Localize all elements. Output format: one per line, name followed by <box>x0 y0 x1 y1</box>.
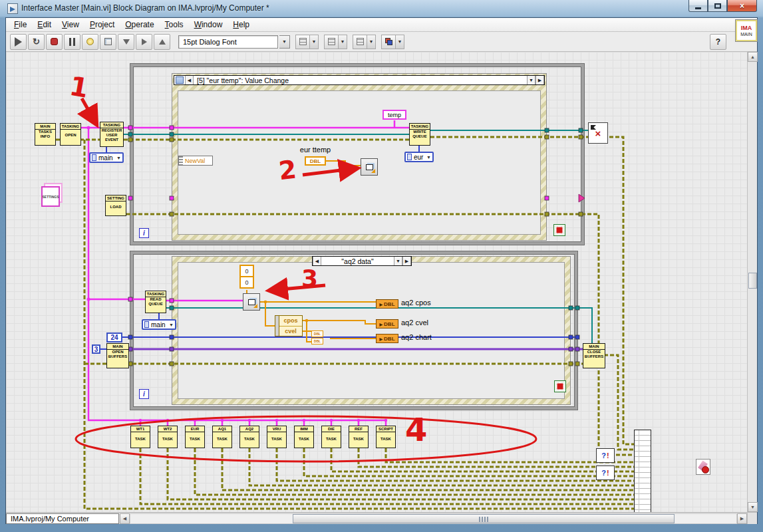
distribute-objects-button[interactable]: ▼ <box>324 35 347 49</box>
error-handler-icon[interactable]: ? ! <box>596 448 615 463</box>
task-node-ref[interactable]: REFTASK <box>349 426 369 448</box>
node-line: INFO <box>35 134 55 139</box>
settings-cube-node[interactable]: SETTINGS <box>41 183 64 208</box>
minimize-button[interactable] <box>688 0 708 12</box>
task-name: REF <box>349 426 368 432</box>
constant-3[interactable]: 3 <box>92 344 100 354</box>
clear-errors-icon[interactable] <box>696 459 710 475</box>
vertical-scroll-thumb[interactable] <box>748 273 757 289</box>
retain-wire-values-button[interactable] <box>100 34 116 50</box>
task-name: WT2 <box>158 426 177 432</box>
font-selector[interactable]: 15pt Dialog Font <box>178 35 278 49</box>
unbundle-by-name-node[interactable]: cpos cvel <box>275 315 303 336</box>
array-constant[interactable]: 0 0 <box>239 265 254 289</box>
abort-button[interactable] <box>46 34 63 50</box>
loop-condition-terminal-bottom[interactable] <box>554 380 566 392</box>
scroll-down-icon[interactable]: ▼ <box>748 502 758 512</box>
pause-button[interactable] <box>64 34 80 50</box>
iteration-terminal-bottom[interactable]: i <box>139 389 149 399</box>
to-variant-icon[interactable] <box>361 158 378 176</box>
aq2-cvel-terminal[interactable]: ▶ DBL <box>376 319 398 329</box>
reorder-button[interactable]: ▼ <box>381 35 404 49</box>
block-diagram-canvas[interactable]: ◀ [5] "eur ttemp": Value Change ▼ ▶ ◀ "a… <box>6 52 747 512</box>
node-setting-load[interactable]: SETTING LOAD <box>105 195 126 216</box>
font-dropdown-arrow-icon[interactable]: ▼ <box>279 35 290 49</box>
menu-project[interactable]: Project <box>84 19 120 31</box>
horizontal-scroll-thumb[interactable] <box>293 514 675 523</box>
task-node-wt2[interactable]: WT2TASK <box>158 426 178 448</box>
task-node-wt1[interactable]: WT1TASK <box>130 426 150 448</box>
node-tasking-write-queue[interactable]: TASKING WRITE QUEUE <box>409 123 430 146</box>
menu-operate[interactable]: Operate <box>120 19 159 31</box>
menu-file[interactable]: File <box>9 19 32 31</box>
error-handler-icon[interactable]: ? ! <box>596 466 615 480</box>
node-register-user-event[interactable]: TASKING REGISTER USER EVENT <box>100 122 124 147</box>
iteration-terminal-top[interactable]: i <box>139 228 149 238</box>
run-button[interactable] <box>10 34 27 50</box>
menu-view[interactable]: View <box>57 19 84 31</box>
loop-condition-terminal-top[interactable] <box>553 224 565 236</box>
node-tasking-open[interactable]: TASKING OPEN <box>60 123 81 146</box>
merge-errors-array-node[interactable] <box>634 430 651 512</box>
enum-main-top[interactable]: main ▼ <box>89 152 124 163</box>
resize-objects-button[interactable]: ▼ <box>353 35 376 49</box>
aq2-cpos-terminal[interactable]: ▶ DBL <box>376 299 398 309</box>
task-node-vru[interactable]: VRUTASK <box>267 426 287 448</box>
menu-window[interactable]: Window <box>189 19 228 31</box>
annotation-number-2: 2 <box>277 155 298 186</box>
event-data-node-newval[interactable]: NewVal <box>178 156 213 166</box>
node-line: READ <box>146 297 166 302</box>
terminal-type: DBL <box>384 336 394 342</box>
task-word: TASK <box>213 436 231 442</box>
step-over-button[interactable] <box>136 34 152 50</box>
close-button[interactable]: × <box>727 0 757 12</box>
orange-wires <box>247 161 376 342</box>
array-cell[interactable]: 0 <box>239 276 254 289</box>
task-node-die[interactable]: DIETASK <box>321 426 341 448</box>
x-mark-icon: × <box>595 128 601 138</box>
maximize-button[interactable] <box>708 0 727 12</box>
node-main-open-buffers[interactable]: MAIN OPEN BUFFERS <box>106 343 129 368</box>
task-node-script[interactable]: SCRIPTTASK <box>376 426 396 448</box>
vi-icon-line1: IMA <box>741 25 752 31</box>
task-node-imm[interactable]: IMMTASK <box>294 426 314 448</box>
aq2-chart-terminal[interactable]: ▶ DBL <box>376 334 398 343</box>
unbundle-row-cvel[interactable]: cvel <box>279 327 302 336</box>
task-node-aq1[interactable]: AQ1TASK <box>212 426 232 448</box>
vertical-scrollbar[interactable]: ▲ ▼ <box>747 52 757 512</box>
project-context-tab[interactable]: IMA.lvproj/My Computer <box>6 513 119 524</box>
scroll-up-icon[interactable]: ▲ <box>748 52 758 62</box>
variant-to-data-icon[interactable] <box>243 293 260 311</box>
scroll-right-icon[interactable]: ▶ <box>737 513 747 524</box>
task-name: WT1 <box>131 426 150 432</box>
menu-help[interactable]: Help <box>228 19 255 31</box>
unbundle-row-cpos[interactable]: cpos <box>279 316 302 327</box>
vi-icon[interactable]: IMA MAIN <box>735 19 758 42</box>
node-main-tasks-info[interactable]: MAIN TASKS INFO <box>35 123 56 146</box>
enum-eur[interactable]: eur ▼ <box>404 152 434 162</box>
step-into-button[interactable] <box>118 34 134 50</box>
task-node-aq2[interactable]: AQ2TASK <box>239 426 259 448</box>
menu-edit[interactable]: Edit <box>32 19 57 31</box>
align-objects-button[interactable]: ▼ <box>295 35 319 49</box>
node-main-close-buffers[interactable]: MAIN CLOSE BUFFERS <box>583 343 605 368</box>
enum-main-bottom[interactable]: main ▼ <box>142 319 176 330</box>
highlight-execution-button[interactable] <box>82 34 98 50</box>
run-continuous-button[interactable]: ↻ <box>28 34 45 50</box>
unregister-events-icon[interactable]: × <box>588 122 608 144</box>
help-button[interactable]: ? <box>710 34 726 50</box>
menu-tools[interactable]: Tools <box>160 19 189 31</box>
constant-24[interactable]: 24 <box>106 332 122 342</box>
task-node-eur[interactable]: EURTASK <box>185 426 205 448</box>
labview-app-icon[interactable] <box>7 3 18 14</box>
eur-ttemp-dbl-terminal[interactable]: DBL <box>305 156 326 166</box>
temp-label[interactable]: temp <box>382 110 406 120</box>
task-name: EUR <box>186 426 204 432</box>
step-out-button[interactable] <box>154 34 170 50</box>
horizontal-scroll-track[interactable] <box>130 513 737 524</box>
build-array-node[interactable]: DBL DBL <box>311 331 323 344</box>
task-name: IMM <box>295 426 313 432</box>
node-line: LOAD <box>106 205 126 209</box>
scroll-left-icon[interactable]: ◀ <box>120 513 130 524</box>
node-tasking-read-queue[interactable]: TASKING READ QUEUE <box>145 291 166 313</box>
